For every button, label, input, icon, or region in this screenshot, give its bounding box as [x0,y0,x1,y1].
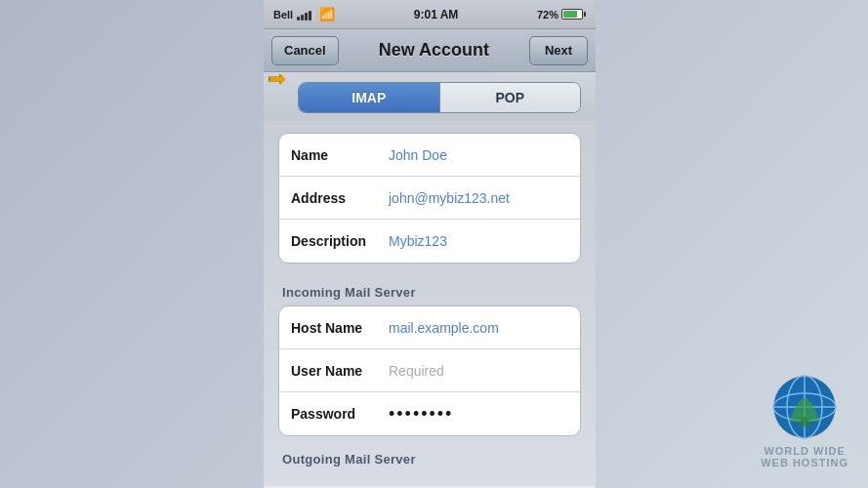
cancel-button[interactable]: Cancel [271,36,339,65]
nav-bar: Cancel New Account Next [264,29,596,72]
imap-tab[interactable]: IMAP [299,83,439,112]
protocol-segmented-control: IMAP POP [298,82,581,113]
watermark-line1: WORLD WIDE [761,445,848,457]
globe-icon [770,373,839,441]
status-time: 9:01 AM [414,8,459,21]
address-label: Address [291,190,389,206]
incoming-form-group: Host Name mail.example.com User Name Req… [278,305,581,436]
pop-tab[interactable]: POP [440,83,581,112]
battery-icon [561,9,586,20]
page-title: New Account [339,40,529,61]
password-value[interactable]: •••••••• [389,404,568,425]
battery-percent: 72% [537,9,558,20]
address-value[interactable]: john@mybiz123.net [389,190,568,206]
password-label: Password [291,406,389,422]
username-label: User Name [291,363,389,379]
name-row: Name John Doe [279,134,580,177]
wifi-icon: 📶 [319,7,335,21]
account-form-group: Name John Doe Address john@mybiz123.net … [278,133,581,264]
description-value[interactable]: Mybiz123 [389,233,568,249]
name-value[interactable]: John Doe [389,147,568,163]
watermark: WORLD WIDE WEB HOSTING [761,373,848,468]
hostname-row: Host Name mail.example.com [279,306,580,349]
watermark-line2: WEB HOSTING [761,457,848,468]
phone-frame: Bell 📶 9:01 AM 72% Cancel [264,0,596,488]
username-value[interactable]: Required [389,363,568,379]
name-label: Name [291,147,389,163]
description-label: Description [291,233,389,249]
next-button[interactable]: Next [529,36,588,65]
password-row: Password •••••••• [279,392,580,435]
status-left: Bell 📶 [273,7,335,21]
status-bar: Bell 📶 9:01 AM 72% [264,0,596,29]
description-row: Description Mybiz123 [279,220,580,263]
carrier-name: Bell [273,9,293,20]
outgoing-section-header: Outgoing Mail Server [278,448,581,467]
address-row: Address john@mybiz123.net [279,177,580,220]
content-area: Name John Doe Address john@mybiz123.net … [264,121,596,486]
hostname-value[interactable]: mail.example.com [389,320,568,336]
username-row: User Name Required [279,349,580,392]
signal-icon [297,9,315,20]
arrow-icon: ➡ [269,66,286,98]
hostname-label: Host Name [291,320,389,336]
incoming-section-header: Incoming Mail Server [278,281,581,305]
status-right: 72% [537,9,586,20]
segment-control-area: ➡ IMAP POP [264,72,596,121]
